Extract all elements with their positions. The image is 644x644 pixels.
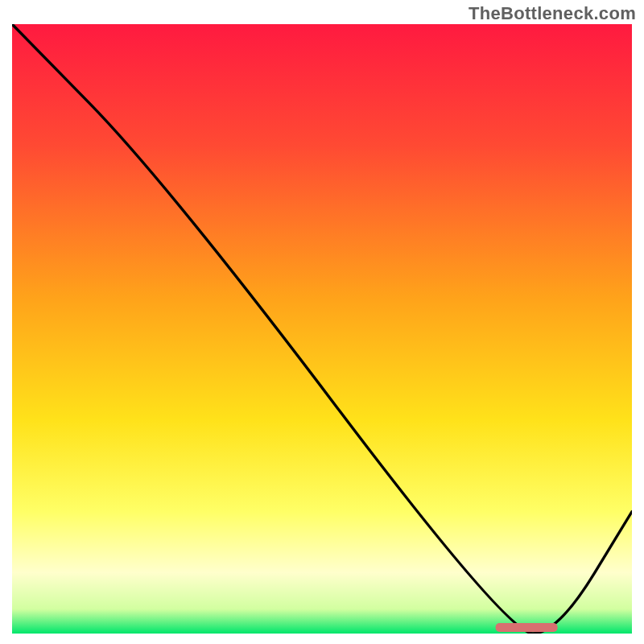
optimal-marker [496, 623, 558, 632]
chart-container: { "attribution": "TheBottleneck.com", "c… [0, 0, 644, 644]
attribution-label: TheBottleneck.com [469, 3, 636, 24]
bottleneck-chart [12, 24, 632, 634]
chart-background [12, 24, 632, 634]
